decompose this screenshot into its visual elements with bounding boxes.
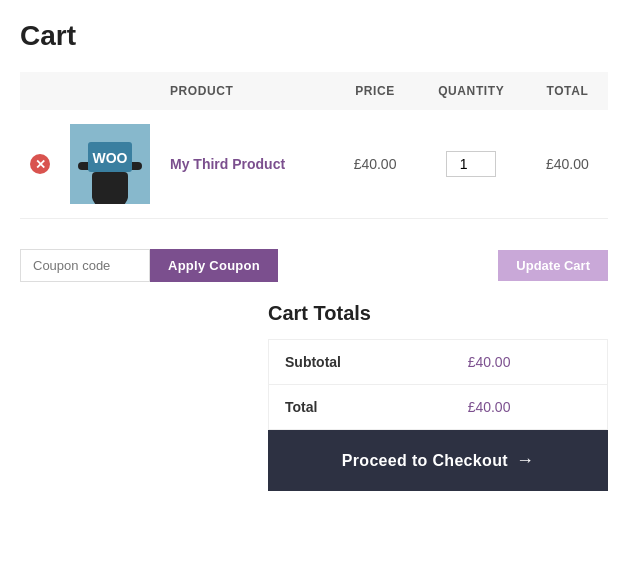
col-price: PRICE [334,72,415,110]
totals-table: Subtotal £40.00 Total £40.00 [268,339,608,430]
subtotal-label: Subtotal [269,340,452,385]
col-total: TOTAL [527,72,608,110]
svg-rect-2 [92,172,128,200]
coupon-row: Apply Coupon Update Cart [20,239,608,302]
remove-icon: ✕ [30,154,50,174]
page-title: Cart [20,20,608,52]
col-quantity: QUANTITY [416,72,527,110]
product-price: £40.00 [334,110,415,219]
cart-table: PRODUCT PRICE QUANTITY TOTAL ✕ [20,72,608,219]
product-image-svg: WOO [70,124,150,204]
apply-coupon-button[interactable]: Apply Coupon [150,249,278,282]
proceed-to-checkout-button[interactable]: Proceed to Checkout→ [268,430,608,491]
table-row: ✕ WOO [20,110,608,219]
subtotal-row: Subtotal £40.00 [269,340,608,385]
remove-item-button[interactable]: ✕ [30,154,50,174]
total-value: £40.00 [452,385,608,430]
subtotal-value: £40.00 [452,340,608,385]
coupon-input[interactable] [20,249,150,282]
proceed-label: Proceed to Checkout [342,452,508,469]
cart-totals-section: Cart Totals Subtotal £40.00 Total £40.00… [268,302,608,491]
arrow-icon: → [516,450,534,470]
product-thumbnail: WOO [70,124,150,204]
svg-text:WOO: WOO [93,150,128,166]
update-cart-button[interactable]: Update Cart [498,250,608,281]
product-total: £40.00 [527,110,608,219]
col-product: PRODUCT [160,72,334,110]
quantity-input[interactable] [446,151,496,177]
coupon-left: Apply Coupon [20,249,278,282]
total-row: Total £40.00 [269,385,608,430]
cart-totals-title: Cart Totals [268,302,608,325]
total-label: Total [269,385,452,430]
product-name[interactable]: My Third Product [170,156,285,172]
